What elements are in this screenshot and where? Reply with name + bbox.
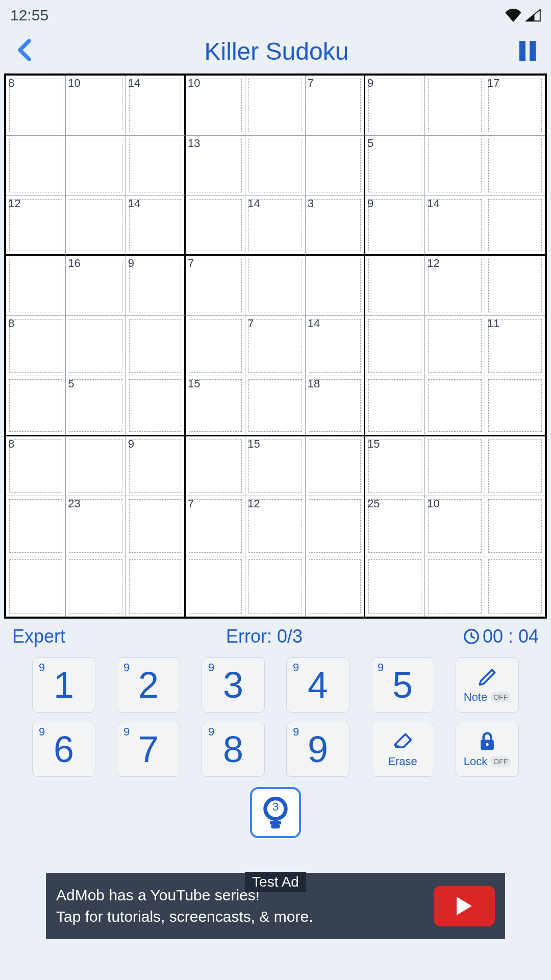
- cell-2-7[interactable]: 14: [425, 196, 485, 256]
- pause-button[interactable]: [519, 41, 536, 61]
- cell-5-3[interactable]: 15: [186, 376, 245, 436]
- cell-6-2[interactable]: 9: [126, 436, 186, 497]
- cell-0-2[interactable]: 14: [126, 76, 186, 136]
- erase-button[interactable]: Erase: [371, 722, 434, 777]
- cage-outline: [129, 319, 181, 373]
- cell-2-3[interactable]: [186, 196, 245, 256]
- cell-5-4[interactable]: [245, 376, 305, 436]
- cell-6-3[interactable]: [186, 436, 245, 497]
- cell-4-7[interactable]: [425, 316, 485, 376]
- cell-1-7[interactable]: [425, 136, 485, 196]
- cell-4-5[interactable]: 14: [306, 316, 365, 376]
- cell-5-5[interactable]: 18: [306, 376, 365, 436]
- cell-1-4[interactable]: [245, 136, 305, 196]
- cell-1-1[interactable]: [66, 136, 126, 196]
- num-7-button[interactable]: 97: [117, 722, 180, 777]
- cell-6-1[interactable]: [66, 436, 126, 497]
- cell-1-6[interactable]: 5: [365, 136, 425, 196]
- cell-4-4[interactable]: 7: [245, 316, 305, 376]
- cell-3-7[interactable]: 12: [425, 256, 485, 316]
- cell-2-0[interactable]: 12: [6, 196, 66, 256]
- cell-0-3[interactable]: 10: [186, 76, 245, 136]
- cell-7-3[interactable]: 7: [186, 496, 245, 556]
- cell-1-3[interactable]: 13: [186, 136, 245, 196]
- cell-6-4[interactable]: 15: [245, 436, 305, 497]
- num-8-button[interactable]: 98: [202, 722, 265, 777]
- cell-3-8[interactable]: [485, 256, 545, 316]
- cell-8-1[interactable]: [66, 556, 126, 617]
- num-4-button[interactable]: 94: [286, 657, 349, 713]
- cell-8-3[interactable]: [186, 556, 245, 617]
- cell-7-5[interactable]: [306, 496, 365, 556]
- cell-3-0[interactable]: [6, 256, 66, 316]
- cell-5-6[interactable]: [365, 376, 425, 436]
- cell-8-4[interactable]: [245, 556, 305, 617]
- cell-8-6[interactable]: [365, 556, 425, 617]
- cell-5-8[interactable]: [485, 376, 545, 436]
- cell-7-4[interactable]: 12: [245, 496, 305, 556]
- cell-2-1[interactable]: [66, 196, 126, 256]
- cell-3-6[interactable]: [365, 256, 425, 316]
- cell-2-6[interactable]: 9: [365, 196, 425, 256]
- num-6-button[interactable]: 96: [32, 722, 95, 777]
- cell-0-7[interactable]: [425, 76, 485, 136]
- cell-4-6[interactable]: [365, 316, 425, 376]
- note-button[interactable]: NoteOFF: [456, 657, 519, 713]
- cell-7-0[interactable]: [6, 496, 66, 556]
- cell-1-8[interactable]: [485, 136, 545, 196]
- cell-5-0[interactable]: [6, 376, 66, 436]
- cell-7-7[interactable]: 10: [425, 496, 485, 556]
- cell-3-3[interactable]: 7: [186, 256, 245, 316]
- cell-0-4[interactable]: [245, 76, 305, 136]
- cell-2-8[interactable]: [485, 196, 545, 256]
- youtube-button[interactable]: [434, 886, 495, 926]
- cell-3-4[interactable]: [245, 256, 305, 316]
- cell-2-2[interactable]: 14: [126, 196, 186, 256]
- cell-1-0[interactable]: [6, 136, 66, 196]
- cell-0-8[interactable]: 17: [485, 76, 545, 136]
- cell-4-8[interactable]: 11: [485, 316, 545, 376]
- cell-6-8[interactable]: [485, 436, 545, 497]
- cell-0-5[interactable]: 7: [306, 76, 365, 136]
- cage-outline: [129, 439, 181, 493]
- cell-3-1[interactable]: 16: [66, 256, 126, 316]
- num-2-button[interactable]: 92: [117, 657, 180, 713]
- cell-4-3[interactable]: [186, 316, 245, 376]
- back-button[interactable]: [15, 38, 34, 64]
- hint-button[interactable]: 3: [250, 787, 301, 838]
- cell-3-5[interactable]: [306, 256, 365, 316]
- num-5-button[interactable]: 95: [371, 657, 434, 713]
- cell-7-6[interactable]: 25: [365, 496, 425, 556]
- cell-2-4[interactable]: 14: [245, 196, 305, 256]
- cell-7-2[interactable]: [126, 496, 186, 556]
- cell-2-5[interactable]: 3: [306, 196, 365, 256]
- cell-5-2[interactable]: [126, 376, 186, 436]
- num-1-button[interactable]: 91: [32, 657, 95, 713]
- cell-3-2[interactable]: 9: [126, 256, 186, 316]
- cell-8-0[interactable]: [6, 556, 66, 617]
- cell-7-8[interactable]: [485, 496, 545, 556]
- cell-7-1[interactable]: 23: [66, 496, 126, 556]
- cell-0-0[interactable]: 8: [6, 76, 66, 136]
- cell-1-5[interactable]: [306, 136, 365, 196]
- cell-5-1[interactable]: 5: [66, 376, 126, 436]
- cell-8-8[interactable]: [485, 556, 545, 617]
- num-9-button[interactable]: 99: [286, 722, 349, 777]
- num-3-button[interactable]: 93: [202, 657, 265, 713]
- cell-4-1[interactable]: [66, 316, 126, 376]
- cell-0-1[interactable]: 10: [66, 76, 126, 136]
- cell-0-6[interactable]: 9: [365, 76, 425, 136]
- cell-6-5[interactable]: [306, 436, 365, 497]
- cell-8-7[interactable]: [425, 556, 485, 617]
- cell-4-2[interactable]: [126, 316, 186, 376]
- cell-6-6[interactable]: 15: [365, 436, 425, 497]
- cell-8-5[interactable]: [306, 556, 365, 617]
- cell-4-0[interactable]: 8: [6, 316, 66, 376]
- cell-1-2[interactable]: [126, 136, 186, 196]
- ad-banner[interactable]: Test Ad AdMob has a YouTube series! Tap …: [46, 873, 505, 939]
- cell-5-7[interactable]: [425, 376, 485, 436]
- lock-button[interactable]: LockOFF: [456, 722, 519, 777]
- cell-6-0[interactable]: 8: [6, 436, 66, 497]
- cell-6-7[interactable]: [425, 436, 485, 497]
- cell-8-2[interactable]: [126, 556, 186, 617]
